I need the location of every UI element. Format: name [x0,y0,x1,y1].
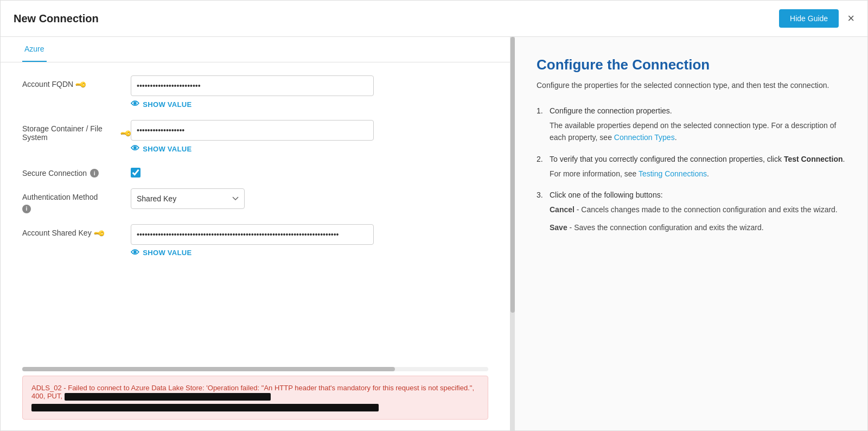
right-panel: Configure the Connection Configure the p… [515,37,867,430]
eye-icon-fqdn: 👁 [131,99,139,109]
storage-container-row: Storage Container / File System 🔑 👁 SHOW… [22,120,488,154]
guide-subtitle: Configure the properties for the selecte… [537,80,846,91]
eye-icon-storage: 👁 [131,144,139,154]
vertical-scrollbar[interactable] [510,37,515,430]
step-2-title: To verify that you correctly configured … [550,155,846,163]
cancel-bold: Cancel [550,205,575,214]
account-fqdn-row: Account FQDN 🔑 👁 SHOW VALUE [22,75,488,109]
eye-icon-shared-key: 👁 [131,248,139,258]
guide-step-3: Click one of the following buttons: Canc… [537,191,846,233]
secure-connection-checkbox-wrapper [131,164,141,178]
testing-connections-link[interactable]: Testing Connections [639,169,707,178]
storage-container-field-group: 👁 SHOW VALUE [131,120,488,154]
error-panel: ADLS_02 - Failed to connect to Azure Dat… [22,376,488,420]
modal-header: New Connection Hide Guide × [1,1,867,37]
account-shared-key-field-group: 👁 SHOW VALUE [131,224,488,258]
show-value-fqdn[interactable]: 👁 SHOW VALUE [131,99,488,109]
test-connection-bold: Test Connection [784,155,843,163]
connection-types-link[interactable]: Connection Types [614,133,675,142]
tab-bar: Azure [1,37,510,62]
guide-title: Configure the Connection [537,56,846,73]
vertical-scrollbar-thumb [510,37,515,313]
guide-step-1: Configure the connection properties. The… [537,106,846,144]
account-fqdn-label: Account FQDN 🔑 [22,75,131,88]
guide-step-2: To verify that you correctly configured … [537,155,846,180]
key-icon-fqdn: 🔑 [75,78,87,90]
auth-method-field-group: Shared Key Service Principal Managed Ide… [131,188,488,209]
new-connection-modal: New Connection Hide Guide × Azure Accoun… [0,0,868,431]
info-icon-auth[interactable]: i [22,205,31,213]
storage-container-label: Storage Container / File System 🔑 [22,120,131,142]
account-shared-key-label: Account Shared Key 🔑 [22,224,131,237]
show-value-shared-key[interactable]: 👁 SHOW VALUE [131,248,488,258]
left-panel: Azure Account FQDN 🔑 👁 SHOW VALUE [1,37,510,430]
storage-container-input[interactable] [131,120,374,141]
key-icon-shared: 🔑 [93,226,105,239]
account-shared-key-row: Account Shared Key 🔑 👁 SHOW VALUE [22,224,488,258]
step-3-title: Click one of the following buttons: [550,191,846,199]
step-3-cancel: Cancel - Cancels changes made to the con… [550,204,846,216]
step-3-save: Save - Saves the connection configuratio… [550,221,846,233]
secure-connection-checkbox[interactable] [131,168,141,178]
modal-body: Azure Account FQDN 🔑 👁 SHOW VALUE [1,37,867,430]
account-shared-key-input[interactable] [131,224,374,245]
scrollbar-thumb [22,367,395,371]
save-bold: Save [550,223,567,232]
tab-azure[interactable]: Azure [22,37,47,62]
auth-method-label: Authentication Method i [22,188,131,213]
redacted-value-2 [31,404,379,411]
hide-guide-button[interactable]: Hide Guide [779,9,839,28]
account-fqdn-input[interactable] [131,75,374,96]
horizontal-scrollbar[interactable] [22,367,488,371]
step-2-desc: For more information, see Testing Connec… [550,168,846,180]
header-right: Hide Guide × [779,9,854,28]
secure-connection-label: Secure Connection i [22,164,131,178]
account-fqdn-field-group: 👁 SHOW VALUE [131,75,488,109]
modal-title: New Connection [14,12,99,25]
step-1-title: Configure the connection properties. [550,106,846,115]
info-icon-secure[interactable]: i [90,169,99,178]
auth-method-select[interactable]: Shared Key Service Principal Managed Ide… [131,188,245,209]
form-area: Account FQDN 🔑 👁 SHOW VALUE Storage [1,62,510,363]
secure-connection-row: Secure Connection i [22,164,488,178]
auth-method-row: Authentication Method i Shared Key Servi… [22,188,488,213]
redacted-value-1 [65,393,271,401]
step-1-desc: The available properties depend on the s… [550,119,846,144]
guide-steps: Configure the connection properties. The… [537,106,846,233]
close-button[interactable]: × [847,12,854,24]
show-value-storage[interactable]: 👁 SHOW VALUE [131,144,488,154]
